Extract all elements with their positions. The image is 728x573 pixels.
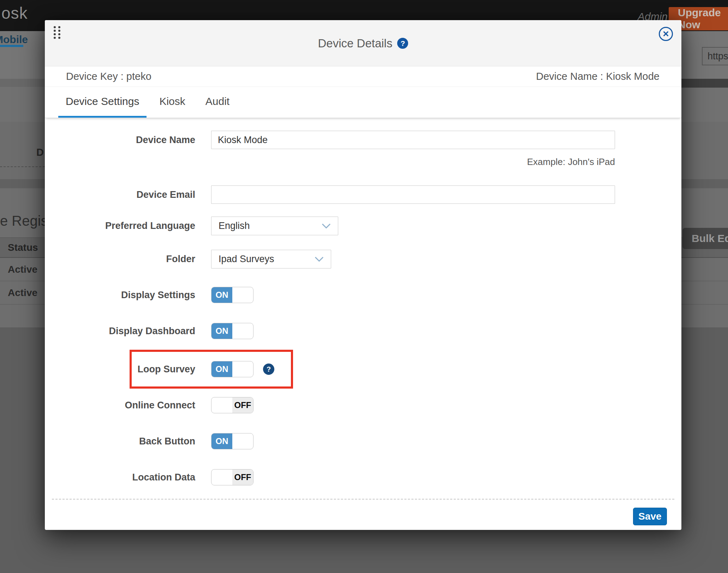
status-cell: Active <box>8 264 37 275</box>
preferred-language-row: Preferred Language English <box>45 217 338 235</box>
toggle-knob <box>232 361 253 377</box>
folder-select[interactable]: Ipad Surveys <box>211 250 331 268</box>
device-details-modal: Device Details ? ✕ Device Key : pteko De… <box>45 20 681 530</box>
display-dashboard-label: Display Dashboard <box>45 326 211 337</box>
mobile-tab-underline <box>0 45 23 47</box>
folder-label: Folder <box>45 254 211 265</box>
language-select[interactable]: English <box>211 217 338 235</box>
background-dashed-divider <box>0 166 45 167</box>
toggle-knob <box>211 469 232 485</box>
location-data-row: Location Data OFF <box>45 469 253 485</box>
preferred-language-label: Preferred Language <box>45 220 211 231</box>
device-email-label: Device Email <box>45 189 211 200</box>
modal-title: Device Details <box>318 37 393 50</box>
toggle-state-text: ON <box>211 287 232 303</box>
toggle-knob <box>211 397 232 413</box>
app-logo-partial: osk <box>1 4 28 23</box>
loop-survey-label: Loop Survey <box>45 364 211 375</box>
display-dashboard-toggle[interactable]: ON <box>211 323 253 339</box>
modal-tab-bar: Device Settings Kiosk Audit <box>45 87 681 118</box>
toggle-knob <box>232 323 253 339</box>
display-settings-row: Display Settings ON <box>45 287 253 303</box>
form-label-partial: D <box>36 147 44 158</box>
device-name-hint: Example: John's iPad <box>211 156 615 167</box>
tab-audit[interactable]: Audit <box>198 87 237 118</box>
close-icon[interactable]: ✕ <box>659 27 673 41</box>
display-dashboard-row: Display Dashboard ON <box>45 323 253 339</box>
language-select-value: English <box>219 220 250 231</box>
save-button[interactable]: Save <box>633 508 667 525</box>
back-button-toggle[interactable]: ON <box>211 433 253 449</box>
toggle-knob <box>232 433 253 449</box>
chevron-down-icon <box>315 256 324 262</box>
device-name-row: Device Name <box>45 131 615 149</box>
toggle-knob <box>232 287 253 303</box>
toggle-state-text: OFF <box>232 469 253 485</box>
display-settings-label: Display Settings <box>45 290 211 301</box>
toggle-state-text: ON <box>211 361 232 377</box>
modal-info-row: Device Key : pteko Device Name : Kiosk M… <box>45 66 681 87</box>
online-connect-row: Online Connect OFF <box>45 397 253 413</box>
loop-survey-row: Loop Survey ON <box>45 361 253 377</box>
footer-dashed-divider <box>52 499 674 500</box>
online-connect-label: Online Connect <box>45 400 211 411</box>
device-name-text: Device Name : Kiosk Mode <box>536 71 660 82</box>
mobile-tab[interactable]: Mobile <box>0 34 28 46</box>
background-strip <box>680 79 728 88</box>
title-help-icon[interactable]: ? <box>397 38 408 49</box>
modal-title-row: Device Details ? <box>45 20 681 66</box>
url-input[interactable]: https:// <box>702 47 728 65</box>
device-name-label: Device Name <box>45 135 211 146</box>
location-data-label: Location Data <box>45 472 211 483</box>
loop-survey-toggle[interactable]: ON <box>211 361 253 377</box>
folder-row: Folder Ipad Surveys <box>45 250 331 268</box>
tab-kiosk[interactable]: Kiosk <box>152 87 192 118</box>
back-button-row: Back Button ON <box>45 433 253 449</box>
display-settings-toggle[interactable]: ON <box>211 287 253 303</box>
tab-device-settings[interactable]: Device Settings <box>58 87 147 118</box>
device-email-row: Device Email <box>45 185 615 204</box>
back-button-label: Back Button <box>45 436 211 447</box>
chevron-down-icon <box>322 223 331 229</box>
drag-handle-icon[interactable] <box>54 26 60 39</box>
online-connect-toggle[interactable]: OFF <box>211 397 253 413</box>
folder-select-value: Ipad Surveys <box>219 254 274 265</box>
bulk-edit-button[interactable]: Bulk Edit <box>682 228 728 249</box>
toggle-state-text: OFF <box>232 397 253 413</box>
toggle-state-text: ON <box>211 433 232 449</box>
device-key-text: Device Key : pteko <box>66 71 151 82</box>
status-column-header: Status <box>8 242 38 253</box>
toggle-state-text: ON <box>211 323 232 339</box>
device-email-field[interactable] <box>211 185 615 204</box>
location-data-toggle[interactable]: OFF <box>211 469 253 485</box>
device-name-field[interactable] <box>211 131 615 149</box>
status-cell: Active <box>8 287 37 299</box>
screen: osk Admin Upgrade Now Mobile https:// D … <box>0 0 728 573</box>
loop-survey-help-icon[interactable]: ? <box>263 364 274 375</box>
